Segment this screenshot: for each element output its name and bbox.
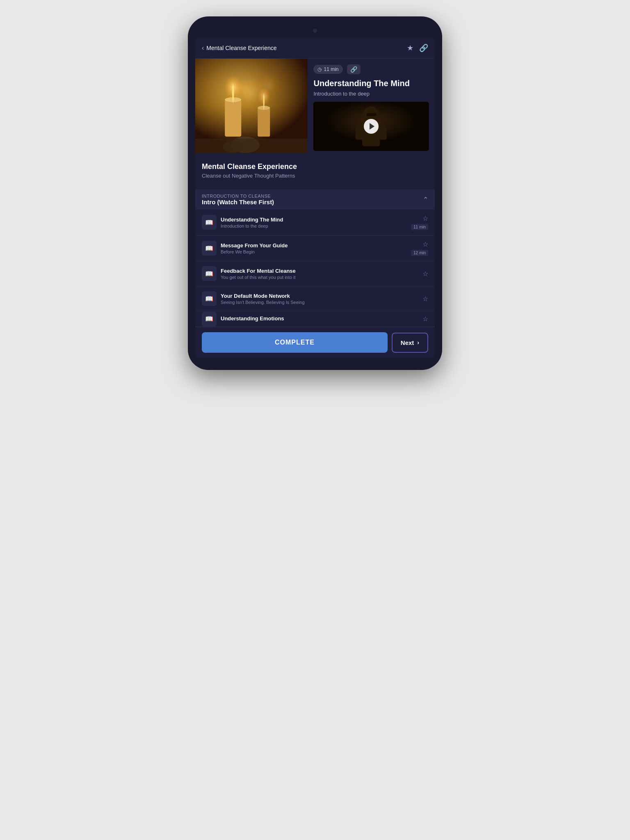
book-icon: 📖 [205,270,213,278]
duration-badge-1: 12 min [411,250,428,256]
svg-rect-9 [195,139,308,153]
device-camera [313,29,317,33]
header-icons: ★ 🔗 [407,43,428,52]
complete-button[interactable]: COMPLETE [202,332,388,353]
content-title: Understanding The Mind [313,78,429,88]
link-header-icon[interactable]: 🔗 [419,43,428,52]
hero-image [195,59,308,153]
screen: ‹ Mental Cleanse Experience ★ 🔗 [195,38,435,358]
lesson-star-icon-3[interactable]: ☆ [422,295,428,303]
lesson-info: Message From Your Guide Before We Begin [221,242,411,254]
lesson-list: 📖 Understanding The Mind Introduction to… [195,210,435,327]
candle-svg [195,59,308,153]
book-icon: 📖 [205,219,213,226]
lesson-desc: Seeing Isn't Believing. Believing Is See… [221,300,422,305]
svg-rect-15 [379,126,387,139]
lesson-right: ☆ [422,315,428,323]
section-header-text: Introduction To Cleanse Intro (Watch The… [202,194,274,205]
lesson-item[interactable]: 📖 Understanding The Mind Introduction to… [195,210,435,235]
chevron-up-icon: ⌃ [423,196,428,203]
lesson-icon-wrap: 📖 [202,291,217,306]
lesson-title: Your Default Mode Network [221,293,422,299]
lesson-info: Understanding The Mind Introduction to t… [221,217,411,228]
lesson-item[interactable]: 📖 Understanding Emotions ☆ [195,311,435,327]
video-inner [313,102,429,151]
left-panel [195,59,308,157]
time-label: 11 min [324,66,338,72]
svg-rect-4 [258,108,270,137]
next-label: Next [401,339,414,346]
lesson-icon-wrap: 📖 [202,312,217,326]
svg-rect-16 [367,113,377,116]
section-label: Introduction To Cleanse [202,194,274,199]
back-button[interactable]: ‹ Mental Cleanse Experience [202,44,277,52]
svg-rect-1 [225,100,241,137]
lesson-title: Understanding The Mind [221,217,411,223]
lesson-item[interactable]: 📖 Message From Your Guide Before We Begi… [195,235,435,261]
bottom-bar: COMPLETE Next › [195,327,435,358]
header: ‹ Mental Cleanse Experience ★ 🔗 [195,38,435,59]
lesson-desc: Introduction to the deep [221,224,411,228]
course-subtitle: Cleanse out Negative Thought Patterns [202,173,428,179]
lesson-icon-wrap: 📖 [202,215,217,230]
lesson-icon-wrap: 📖 [202,266,217,281]
lesson-title: Understanding Emotions [221,315,422,322]
candle-scene [195,59,308,153]
lesson-star-icon-1[interactable]: ☆ [422,240,428,248]
svg-rect-14 [356,126,363,139]
play-button[interactable] [364,119,379,134]
play-triangle-icon [370,123,374,130]
lesson-desc: You get out of this what you put into it [221,275,422,280]
video-thumbnail[interactable] [313,102,429,151]
back-arrow-icon: ‹ [202,44,204,52]
lesson-star-icon-4[interactable]: ☆ [422,315,428,323]
duration-badge-0: 11 min [411,224,428,230]
lesson-right: ☆ 11 min [411,215,428,230]
lesson-right: ☆ [422,295,428,303]
book-icon: 📖 [205,295,213,303]
next-button[interactable]: Next › [392,333,428,353]
chevron-right-icon: › [417,339,419,346]
link-icon-btn[interactable]: 🔗 [347,64,361,74]
lesson-info: Feedback For Mental Cleanse You get out … [221,268,422,280]
header-title: Mental Cleanse Experience [206,45,276,51]
section-header[interactable]: Introduction To Cleanse Intro (Watch The… [195,189,435,210]
lesson-title: Feedback For Mental Cleanse [221,268,422,274]
lesson-desc: Before We Begin [221,249,411,254]
course-title: Mental Cleanse Experience [202,162,428,171]
lesson-star-icon-0[interactable]: ☆ [422,215,428,222]
time-badge: ◷ 11 min [313,65,342,74]
lesson-item[interactable]: 📖 Your Default Mode Network Seeing Isn't… [195,286,435,311]
lesson-star-icon-2[interactable]: ☆ [422,270,428,278]
lesson-right: ☆ [422,270,428,278]
section-title: Intro (Watch These First) [202,199,274,205]
lesson-item[interactable]: 📖 Feedback For Mental Cleanse You get ou… [195,261,435,286]
course-info: Mental Cleanse Experience Cleanse out Ne… [195,157,435,189]
right-panel: ◷ 11 min 🔗 Understanding The Mind Introd… [308,59,435,157]
content-subtitle: Introduction to the deep [313,91,429,97]
book-icon: 📖 [205,315,213,323]
lesson-icon-wrap: 📖 [202,241,217,256]
meta-row: ◷ 11 min 🔗 [313,64,429,74]
top-section: ◷ 11 min 🔗 Understanding The Mind Introd… [195,59,435,157]
clock-icon: ◷ [317,66,322,72]
star-header-icon[interactable]: ★ [407,43,413,52]
lesson-info: Understanding Emotions [221,315,422,322]
lesson-title: Message From Your Guide [221,242,411,249]
lesson-info: Your Default Mode Network Seeing Isn't B… [221,293,422,305]
device-frame: ‹ Mental Cleanse Experience ★ 🔗 [188,16,442,370]
book-icon: 📖 [205,244,213,252]
lesson-right: ☆ 12 min [411,240,428,256]
